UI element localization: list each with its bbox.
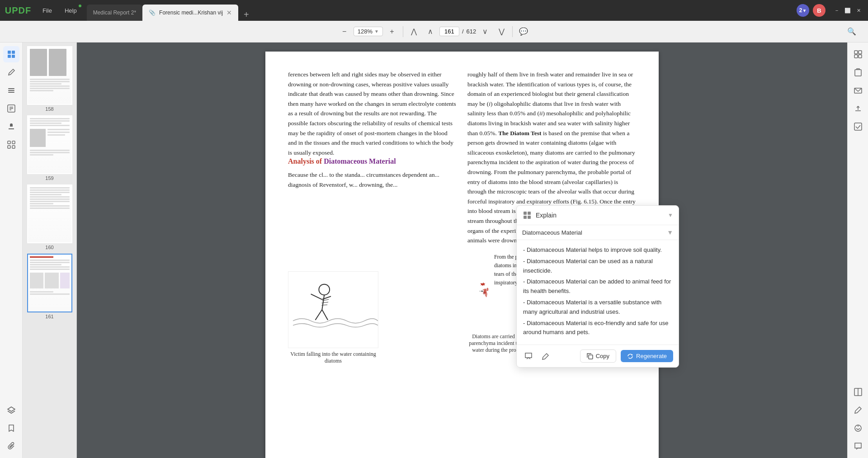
- tab-forensic-medi[interactable]: 📎 Forensic medi...Krishan vij ✕: [142, 5, 238, 21]
- svg-rect-35: [528, 216, 531, 219]
- search-button[interactable]: 🔍: [844, 24, 859, 39]
- thumb-img-158: [27, 46, 72, 105]
- thumbnail-161[interactable]: 161: [27, 254, 72, 319]
- thumb-label-160: 160: [45, 245, 53, 250]
- sidebar-icon-bookmark[interactable]: [3, 420, 19, 436]
- svg-rect-42: [854, 55, 858, 58]
- sidebar-icon-edit[interactable]: [3, 64, 19, 80]
- menu-file[interactable]: File: [36, 0, 58, 21]
- left-col-body: Because the cl... to the standa... circu…: [288, 170, 457, 189]
- thumbnail-159[interactable]: 159: [27, 115, 72, 181]
- sidebar-icon-list[interactable]: [3, 82, 19, 99]
- ai-input-clear-icon[interactable]: ▼: [667, 229, 673, 236]
- rs-icon-grid[interactable]: [850, 46, 866, 62]
- ai-feedback-icon[interactable]: [522, 350, 535, 363]
- document-page: ferences between left and right sides ma…: [265, 52, 659, 458]
- zoom-in-button[interactable]: +: [385, 24, 399, 39]
- left-col-intro: ferences between left and right sides ma…: [288, 70, 457, 157]
- ai-popup: Explain ▼ Diatomaceous Material ▼ - Diat…: [516, 205, 679, 368]
- rs-icon-clipboard[interactable]: [850, 64, 866, 80]
- ai-popup-header: Explain ▼: [517, 206, 679, 225]
- svg-rect-32: [524, 212, 527, 215]
- maximize-button[interactable]: ⬜: [844, 6, 852, 14]
- section-heading: Analysis of Diatomaceous Material: [288, 157, 457, 165]
- close-button[interactable]: ✕: [854, 6, 863, 14]
- svg-marker-24: [480, 282, 485, 286]
- rs-icon-check[interactable]: [850, 118, 866, 135]
- svg-rect-34: [524, 216, 527, 219]
- sidebar-icon-layers[interactable]: [3, 402, 19, 418]
- user-avatar[interactable]: B: [813, 4, 826, 17]
- svg-rect-14: [12, 146, 15, 148]
- sidebar-icon-view[interactable]: [3, 46, 19, 62]
- menu-help[interactable]: Help: [58, 0, 83, 21]
- rs-icon-edit2[interactable]: [850, 402, 866, 418]
- svg-rect-6: [8, 92, 14, 93]
- rs-icon-layout[interactable]: [850, 384, 866, 400]
- left-column: ferences between left and right sides ma…: [288, 70, 457, 364]
- top-bar-right: 2 ▼ B − ⬜ ✕: [797, 4, 868, 17]
- rs-icon-mail[interactable]: [850, 82, 866, 99]
- svg-rect-0: [8, 51, 11, 54]
- page-separator: /: [462, 28, 464, 35]
- thumb-img-159: [27, 115, 72, 174]
- ai-input-text: Diatomaceous Material: [522, 229, 664, 236]
- svg-rect-13: [8, 146, 10, 148]
- rs-icon-chat[interactable]: [850, 438, 866, 454]
- page-input[interactable]: [439, 27, 459, 36]
- diatoms-svg: [467, 253, 489, 330]
- rs-icon-upload[interactable]: [850, 100, 866, 117]
- tab-add-button[interactable]: +: [240, 8, 253, 21]
- svg-rect-43: [859, 55, 862, 58]
- svg-line-18: [322, 296, 331, 299]
- tab-medical-report[interactable]: Medical Report 2*: [87, 5, 142, 21]
- page-total: 612: [467, 28, 476, 35]
- ai-content: - Diatomaceous Material helps to improve…: [517, 240, 679, 345]
- thumbnail-160[interactable]: 160: [27, 184, 72, 250]
- zoom-display[interactable]: 128% ▼: [354, 27, 383, 36]
- sidebar-icon-stamp[interactable]: [3, 118, 19, 135]
- svg-rect-38: [589, 355, 593, 359]
- right-sidebar-bottom: [850, 384, 866, 458]
- minimize-button[interactable]: −: [833, 6, 841, 14]
- svg-point-15: [319, 284, 330, 295]
- sidebar-icon-attachment[interactable]: [3, 438, 19, 454]
- sidebar-icon-annotate[interactable]: [3, 100, 19, 117]
- section-heading-highlight: Diatomaceous Material: [324, 157, 396, 165]
- ai-edit-icon[interactable]: [539, 350, 552, 363]
- svg-rect-44: [855, 70, 861, 76]
- svg-line-22: [321, 302, 328, 303]
- nav-prev-button[interactable]: ∧: [423, 24, 438, 39]
- zoom-out-button[interactable]: −: [337, 24, 352, 39]
- svg-line-17: [311, 294, 322, 299]
- svg-point-28: [485, 292, 487, 296]
- svg-rect-33: [528, 212, 531, 215]
- rs-icon-ai[interactable]: [850, 420, 866, 436]
- ai-regenerate-button[interactable]: Regenerate: [621, 350, 673, 362]
- thumb-img-160: [27, 184, 72, 243]
- tab-label: Forensic medi...Krishan vij: [159, 9, 223, 16]
- ai-bullet-2: - Diatomaceous Material can be used as a…: [523, 257, 672, 276]
- menu-bar: File Help: [36, 0, 83, 21]
- toolbar-separator2: [512, 26, 513, 37]
- svg-rect-46: [854, 123, 862, 130]
- thumbnail-158[interactable]: 158: [27, 46, 72, 112]
- thumb-img-161: [27, 254, 72, 312]
- nav-top-button[interactable]: ⋀: [407, 24, 421, 39]
- window-controls: − ⬜ ✕: [833, 6, 863, 14]
- tab-close-icon[interactable]: ✕: [226, 9, 232, 16]
- nav-bottom-button[interactable]: ⋁: [494, 24, 509, 39]
- ai-popup-dropdown-icon[interactable]: ▼: [668, 212, 673, 218]
- sidebar-bottom: [3, 402, 19, 458]
- document-area[interactable]: ferences between left and right sides ma…: [77, 42, 847, 458]
- svg-rect-2: [8, 55, 11, 58]
- ai-copy-button[interactable]: Copy: [580, 349, 616, 363]
- comment-button[interactable]: 💬: [516, 24, 531, 39]
- thumbnail-panel: 158: [23, 42, 77, 458]
- ai-explain-label: Explain: [536, 212, 664, 219]
- svg-line-16: [322, 295, 324, 310]
- svg-point-31: [486, 296, 487, 297]
- nav-next-button[interactable]: ∨: [478, 24, 492, 39]
- sidebar-icon-grid[interactable]: [3, 137, 19, 153]
- tabs-area: Medical Report 2* 📎 Forensic medi...Kris…: [83, 0, 797, 21]
